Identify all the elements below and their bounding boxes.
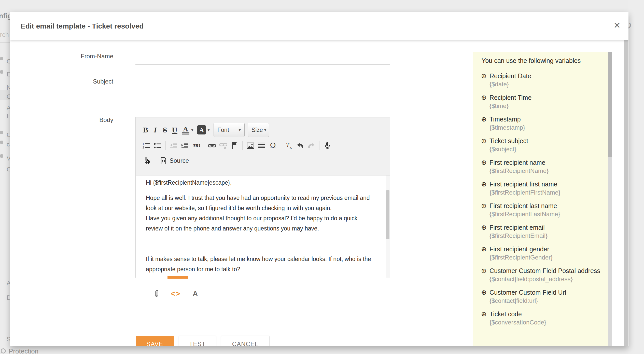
link-button[interactable] [206, 140, 218, 151]
remove-format-button[interactable]: Tx [283, 140, 295, 151]
numbered-list-button[interactable]: 1 2 [141, 140, 152, 151]
background-nav-letter-fragment: c [7, 141, 10, 147]
voice-input-button[interactable] [322, 140, 333, 151]
variable-list-item: ⊕ First recipient last name {$firstRecip… [481, 201, 602, 218]
decrease-indent-icon [170, 142, 177, 149]
insert-variable-plus-icon[interactable]: ⊕ [481, 137, 489, 153]
toolbar-divider [319, 141, 319, 150]
font-dropdown[interactable]: Font ▾ [214, 123, 245, 137]
test-button[interactable]: TEST [179, 336, 216, 346]
background-nav-icon-fragment [0, 154, 3, 158]
variable-label: Ticket subject [489, 137, 528, 144]
increase-indent-icon [181, 142, 189, 149]
dialog-scrollbar[interactable] [624, 38, 628, 346]
dialog-title: Edit email template - Ticket resolved [21, 12, 144, 40]
background-nav-letter-fragment: D [7, 295, 10, 301]
bulleted-list-icon [154, 142, 161, 149]
insert-variable-plus-icon[interactable]: ⊕ [481, 310, 489, 326]
special-character-button[interactable]: Ω [267, 140, 278, 151]
variable-label: Ticket code [489, 310, 522, 318]
insert-variable-plus-icon[interactable]: ⊕ [481, 201, 489, 218]
save-button[interactable]: SAVE [136, 336, 174, 346]
omega-icon: Ω [270, 141, 276, 150]
from-name-input[interactable] [135, 49, 390, 65]
editor-toolbar: B I S U A ▾ A ▾ [136, 117, 390, 175]
text-color-button[interactable]: A ▾ [179, 124, 195, 135]
insert-variable-plus-icon[interactable]: ⊕ [481, 72, 489, 88]
edit-email-template-dialog: Edit email template - Ticket resolved × … [10, 12, 628, 346]
strikethrough-button[interactable]: S [160, 124, 170, 135]
bulleted-list-button[interactable] [152, 140, 163, 151]
anchor-flag-button[interactable] [229, 140, 240, 151]
attach-file-button[interactable] [153, 288, 160, 299]
bold-button[interactable]: B [141, 124, 150, 135]
insert-variable-plus-icon[interactable]: ⊕ [481, 180, 489, 197]
insert-variable-plus-icon[interactable]: ⊕ [481, 158, 489, 175]
background-nav-letter-fragment: N [7, 85, 10, 91]
decrease-indent-button[interactable] [168, 140, 179, 151]
insert-variable-plus-icon[interactable]: ⊕ [481, 93, 489, 110]
insert-variable-plus-icon[interactable]: ⊕ [481, 288, 489, 305]
variables-panel-scrollbar-thumb[interactable] [608, 52, 612, 157]
insert-image-button[interactable] [245, 140, 256, 151]
editor-paragraph: Hi {$firstRecipientName|escape}, [146, 178, 375, 188]
horizontal-lines-button[interactable] [256, 140, 267, 151]
variable-label: First recipient first name [489, 181, 557, 188]
insert-variable-plus-icon[interactable]: ⊕ [481, 115, 489, 132]
svg-text:2: 2 [143, 146, 144, 149]
subject-label: Subject [22, 78, 113, 85]
variable-list-item: ⊕ Customer Custom Field Url {$contact|fi… [481, 288, 602, 305]
variable-list-item: ⊕ First recipient first name {$firstReci… [481, 180, 602, 197]
background-color-button[interactable]: A ▾ [195, 124, 212, 135]
cancel-button[interactable]: CANCEL [221, 336, 270, 346]
variable-list-item: ⊕ Ticket subject {$subject} [481, 137, 602, 153]
image-icon [247, 142, 254, 149]
variables-panel-scrollbar[interactable] [608, 52, 612, 346]
insert-variable-plus-icon[interactable]: ⊕ [481, 223, 489, 240]
blockquote-button[interactable]: ”” [190, 140, 202, 151]
numbered-list-icon: 1 2 [143, 142, 150, 149]
background-search-fragment: rch [0, 31, 9, 38]
insert-code-button[interactable]: <> [170, 288, 181, 299]
editor-paragraph: Hope all is well. I trust that you have … [146, 193, 375, 234]
editor-scrollbar-thumb[interactable] [386, 190, 389, 239]
variable-code: {$contact|field:postal_address} [489, 275, 602, 283]
text-style-button[interactable]: A [191, 288, 200, 299]
editor-scrollbar[interactable] [386, 175, 390, 278]
variable-list-item: ⊕ Recipient Time {$time} [481, 93, 602, 110]
letter-a-icon: A [193, 290, 198, 298]
undo-button[interactable] [295, 140, 306, 151]
background-page-title-fragment: nfig [0, 12, 10, 20]
page-background: nfig rch CENCAECcVCADS ↻ Protection Edit… [0, 0, 644, 354]
document-settings-button[interactable] [143, 155, 152, 166]
toolbar-divider [156, 156, 156, 165]
variable-code: {$conversationCode} [489, 318, 602, 326]
text-color-icon: A [181, 124, 190, 135]
close-icon[interactable]: × [614, 20, 620, 31]
redo-button[interactable] [306, 140, 317, 151]
toolbar-divider [204, 141, 204, 150]
italic-button[interactable]: I [150, 124, 160, 135]
gear-icon [144, 157, 151, 165]
increase-indent-button[interactable] [179, 140, 190, 151]
insert-variable-plus-icon[interactable]: ⊕ [481, 266, 489, 283]
variable-list-item: ⊕ Ticket code {$conversationCode} [481, 310, 602, 326]
source-button[interactable]: Source [160, 155, 189, 166]
editor-content-area[interactable]: Hi {$firstRecipientName|escape},Hope all… [136, 175, 390, 278]
nav-item-icon [1, 348, 6, 353]
background-nav-icon-fragment [0, 131, 3, 134]
variable-label: Recipient Date [489, 72, 531, 79]
from-name-label: From-Name [22, 53, 113, 60]
redo-icon [307, 142, 315, 149]
unlink-button[interactable] [218, 140, 229, 151]
variable-label: Timestamp [489, 116, 521, 123]
insert-variable-plus-icon[interactable]: ⊕ [481, 245, 489, 262]
editor-paragraph [146, 239, 375, 249]
underline-button[interactable]: U [170, 124, 179, 135]
size-dropdown[interactable]: Size ▾ [248, 123, 269, 137]
variable-code: {$time} [489, 102, 602, 110]
svg-text:1: 1 [143, 142, 144, 145]
subject-input[interactable] [135, 75, 390, 90]
variable-label: First recipient email [489, 224, 545, 231]
blockquote-icon: ”” [193, 141, 199, 150]
